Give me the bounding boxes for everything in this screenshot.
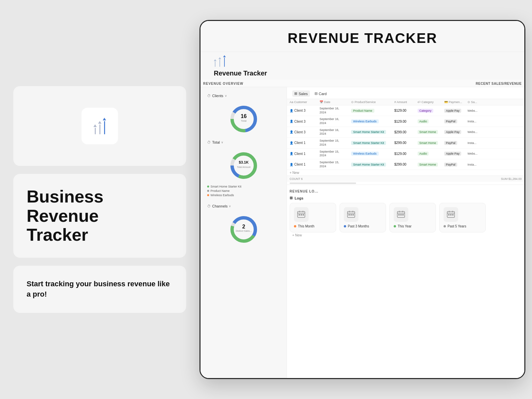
cell-payment-6: PayPal <box>444 163 467 167</box>
log-dot-4 <box>444 225 446 227</box>
cell-customer-2: 👤 Client 3 <box>290 120 320 123</box>
cell-sales-1: Webs... <box>467 109 484 112</box>
total-filter[interactable]: ⏱ Total ∨ <box>207 139 280 146</box>
legend-item-1: Smart Home Starter Kit <box>207 185 280 188</box>
channels-donut-chart: 2 Distinct Sales... <box>227 213 260 246</box>
cell-product-4: Smart Home Starter Kit <box>351 141 394 145</box>
left-top-card <box>13 86 186 166</box>
cell-sales-5: Webs... <box>467 152 484 155</box>
svg-text:2: 2 <box>242 224 245 229</box>
cell-category-4: Smart Home <box>418 141 444 145</box>
right-content: ⊞ Sales ⊟ Card <box>287 87 524 378</box>
cell-payment-5: Apple Pay <box>444 152 467 156</box>
person-icon-6: 👤 <box>290 163 293 166</box>
svg-rect-26 <box>348 214 350 215</box>
tablet-mockup: REVENUE TRACKER <box>200 20 525 379</box>
count-label: COUNT 6 <box>290 177 303 181</box>
svg-text:Total Amount: Total Amount <box>237 166 250 168</box>
svg-rect-28 <box>352 214 354 215</box>
arrows-icon <box>93 118 106 134</box>
chevron-icon-2: ∨ <box>221 141 223 144</box>
svg-rect-21 <box>303 214 304 215</box>
svg-rect-20 <box>301 214 302 215</box>
th-date: 📅 Date <box>320 100 351 104</box>
add-new-row-button[interactable]: + New <box>287 170 524 176</box>
svg-rect-42 <box>452 214 454 215</box>
channels-filter[interactable]: ⏱ Channels ∨ <box>207 203 280 209</box>
hash-icon-th: # <box>394 100 397 104</box>
clients-filter[interactable]: ⏱ Clients ∨ <box>207 92 280 99</box>
svg-rect-19 <box>299 214 300 215</box>
person-icon-3: 👤 <box>290 130 293 134</box>
clients-donut-chart: 16 Total <box>227 102 260 136</box>
cell-category-6: Smart Home <box>418 163 444 167</box>
revenue-overview-label: REVENUE OVERVIEW <box>203 82 243 85</box>
page-wrapper: Business Revenue Tracker Start tracking … <box>0 0 532 399</box>
table-footer: COUNT 6 SUM $1,284.00 <box>287 176 524 182</box>
svg-rect-33 <box>398 214 400 215</box>
cell-date-1: September 16,2024 <box>320 107 351 114</box>
person-icon-2: 👤 <box>290 120 293 123</box>
left-sidebar: ⏱ Clients ∨ 16 Total <box>200 87 287 378</box>
chart-legend: Smart Home Starter Kit Product Name Wire… <box>207 185 280 197</box>
cell-payment-3: Apple Pay <box>444 130 467 134</box>
cell-amount-1: $129.00 <box>394 109 418 112</box>
add-new-logs-button[interactable]: + New <box>290 232 522 238</box>
cell-customer-3: 👤 Client 3 <box>290 130 320 134</box>
log-card-label-4: Past 5 Years <box>444 224 466 228</box>
log-card-this-year[interactable]: This Year <box>389 203 436 232</box>
svg-rect-40 <box>448 214 450 215</box>
cell-payment-1: Apple Pay <box>444 109 467 113</box>
table-row: 👤 Client 1 September 15,2024 Smart Home … <box>287 159 524 170</box>
left-subtitle-card: Start tracking your business revenue lik… <box>13 266 186 313</box>
log-card-this-month[interactable]: This Month <box>290 203 336 232</box>
log-dot-3 <box>394 225 396 227</box>
logs-title-row: ⊞ Logs <box>290 195 522 203</box>
tab-sales[interactable]: ⊞ Sales <box>292 90 310 97</box>
arrow-large <box>103 118 106 134</box>
th-category: 🏷 Category <box>418 100 444 104</box>
logs-section-header: REVENUE LO... <box>290 188 522 195</box>
clock-icon: ⏱ <box>207 94 211 98</box>
svg-text:16: 16 <box>241 113 247 119</box>
log-card-label-2: Past 3 Months <box>344 224 369 228</box>
legend-dot-3 <box>207 194 209 196</box>
recent-sales-label: RECENT SALES/REVENUE <box>476 82 522 85</box>
cell-sales-6: Insta... <box>467 163 484 166</box>
arrow-medium <box>98 121 101 134</box>
app-icon-box <box>81 108 118 144</box>
cell-customer-1: 👤 Client 3 <box>290 109 320 112</box>
chevron-icon: ∨ <box>225 94 227 97</box>
legend-dot-2 <box>207 190 209 192</box>
table-row: 👤 Client 1 September 15,2024 Wireless Ea… <box>287 149 524 159</box>
table-row: 👤 Client 3 September 16,2024 Product Nam… <box>287 105 524 116</box>
tracker-subtitle-row: Revenue Tracker <box>200 67 524 80</box>
calendar-icon-log-3 <box>394 207 408 222</box>
log-card-label-3: This Year <box>394 224 412 228</box>
tab-card[interactable]: ⊟ Card <box>313 90 329 97</box>
logs-grid: This Month <box>290 203 522 232</box>
app-title: Business Revenue Tracker <box>27 187 173 244</box>
cell-date-3: September 16,2024 <box>320 128 351 136</box>
log-card-past-5-years[interactable]: Past 5 Years <box>439 203 486 232</box>
channels-donut: 2 Distinct Sales... <box>207 209 280 249</box>
legend-item-2: Product Name <box>207 189 280 193</box>
cell-category-1: Category <box>418 109 444 113</box>
payment-icon-th: 💳 <box>444 100 449 104</box>
app-subtitle: Start tracking your business revenue lik… <box>27 279 173 300</box>
th-customer: Aa Customer <box>290 100 320 104</box>
cell-sales-4: Insta... <box>467 141 484 145</box>
legend-dot-1 <box>207 186 209 188</box>
left-panel: Business Revenue Tracker Start tracking … <box>13 86 186 313</box>
tablet-content: REVENUE TRACKER <box>200 21 524 378</box>
left-title-card: Business Revenue Tracker <box>13 174 186 258</box>
calendar-icon-log-1 <box>294 207 309 222</box>
main-content: ⏱ Clients ∨ 16 Total <box>200 87 524 378</box>
cell-amount-5: $129.00 <box>394 152 418 156</box>
person-icon-4: 👤 <box>290 141 293 145</box>
table-row: 👤 Client 3 September 16,2024 Wireless Ea… <box>287 116 524 127</box>
cell-sales-2: Insta... <box>467 120 484 123</box>
total-donut: 16 Total <box>207 99 280 139</box>
table-row: 👤 Client 3 September 16,2024 Smart Home … <box>287 127 524 138</box>
log-card-past-3-months[interactable]: Past 3 Months <box>339 203 386 232</box>
